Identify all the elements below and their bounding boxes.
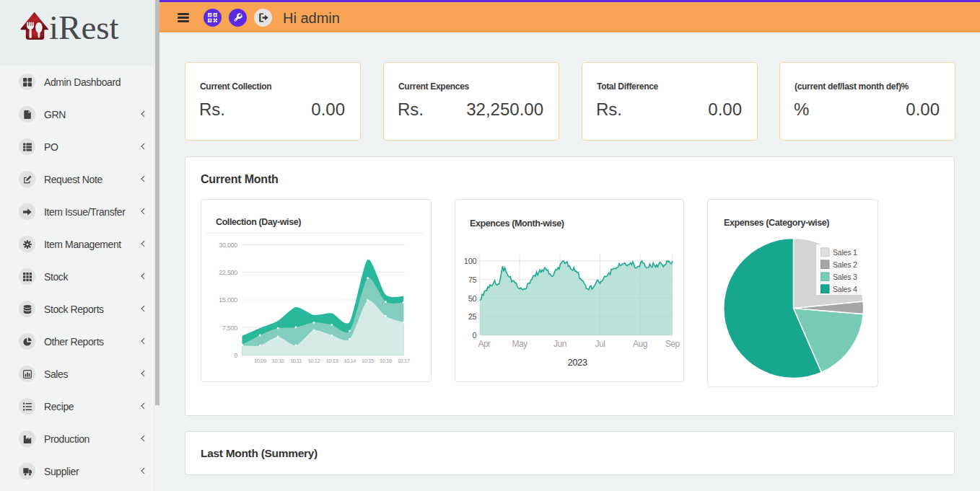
svg-text:Jul: Jul <box>595 339 605 349</box>
svg-text:75: 75 <box>468 275 477 284</box>
svg-text:May: May <box>512 339 528 349</box>
svg-text:2023: 2023 <box>568 357 587 368</box>
svg-text:22,500: 22,500 <box>219 269 237 276</box>
svg-text:25: 25 <box>468 312 477 321</box>
svg-text:Jun: Jun <box>554 339 566 349</box>
svg-text:Sales 4: Sales 4 <box>833 285 857 293</box>
svg-text:0: 0 <box>472 331 476 340</box>
svg-text:10.10: 10.10 <box>272 358 284 364</box>
svg-text:Apr: Apr <box>478 339 491 349</box>
svg-text:7,500: 7,500 <box>222 324 237 332</box>
svg-text:10.17: 10.17 <box>398 358 410 364</box>
svg-text:10.13: 10.13 <box>325 358 338 364</box>
svg-text:Sales 3: Sales 3 <box>833 273 857 281</box>
svg-text:Sales 2: Sales 2 <box>833 260 857 269</box>
svg-text:10.12: 10.12 <box>308 358 320 364</box>
svg-text:Sales 1: Sales 1 <box>833 248 857 257</box>
svg-text:100: 100 <box>464 257 477 265</box>
svg-text:0: 0 <box>234 352 237 359</box>
svg-text:10.09: 10.09 <box>254 358 266 364</box>
svg-text:10.15: 10.15 <box>362 358 374 364</box>
svg-text:Sep: Sep <box>665 339 681 349</box>
svg-text:10.14: 10.14 <box>344 358 356 364</box>
svg-text:50: 50 <box>468 294 477 303</box>
svg-text:Aug: Aug <box>633 339 647 349</box>
svg-text:30,000: 30,000 <box>219 242 237 249</box>
svg-text:10.16: 10.16 <box>380 358 392 364</box>
svg-text:15,000: 15,000 <box>219 296 237 304</box>
svg-text:10.11: 10.11 <box>290 358 302 364</box>
